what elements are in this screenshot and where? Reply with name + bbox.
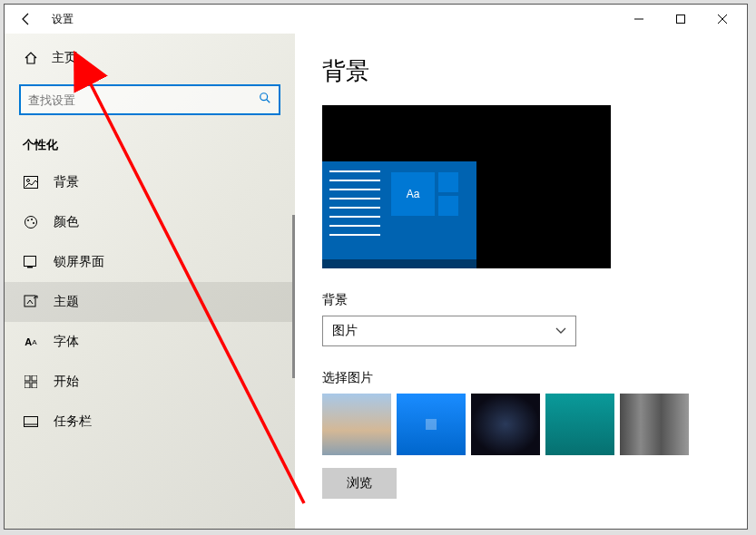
preview-start-menu: Aa <box>322 161 476 268</box>
maximize-button[interactable] <box>660 5 702 34</box>
picture-thumb-1[interactable] <box>322 394 391 455</box>
close-button[interactable] <box>702 5 743 34</box>
svg-point-9 <box>27 219 29 221</box>
main-panel: 背景 Aa 背景 <box>295 34 747 529</box>
sidebar-item-fonts[interactable]: AA 字体 <box>5 322 295 362</box>
palette-icon <box>23 215 39 229</box>
back-button[interactable] <box>8 5 44 34</box>
nav-label: 锁屏界面 <box>54 254 104 270</box>
themes-icon <box>23 295 39 309</box>
nav-label: 背景 <box>54 174 79 190</box>
sidebar-item-colors[interactable]: 颜色 <box>5 202 295 242</box>
content: 主页 个性化 背景 颜色 <box>5 34 747 529</box>
svg-rect-13 <box>27 267 33 268</box>
start-icon <box>23 374 39 389</box>
scrollbar[interactable] <box>292 215 295 378</box>
picture-thumb-4[interactable] <box>545 394 614 455</box>
maximize-icon <box>676 15 685 24</box>
svg-point-4 <box>260 93 268 101</box>
lockscreen-icon <box>23 255 39 269</box>
preview-tiles: Aa <box>388 161 462 268</box>
svg-rect-19 <box>25 417 38 427</box>
picture-icon <box>23 175 39 190</box>
page-title: 背景 <box>322 55 720 87</box>
browse-button[interactable]: 浏览 <box>322 468 397 499</box>
svg-rect-12 <box>25 257 36 267</box>
sidebar-item-start[interactable]: 开始 <box>5 362 295 402</box>
home-button[interactable]: 主页 <box>5 41 295 75</box>
arrow-left-icon <box>19 12 34 26</box>
sidebar: 主页 个性化 背景 颜色 <box>5 34 295 529</box>
category-label: 个性化 <box>5 122 295 162</box>
nav-label: 颜色 <box>54 214 79 230</box>
settings-window: 设置 主页 <box>4 4 748 530</box>
minimize-button[interactable] <box>618 5 660 34</box>
chevron-down-icon <box>555 325 566 337</box>
svg-point-11 <box>33 222 34 224</box>
picture-thumb-3[interactable] <box>471 394 540 455</box>
preview-menu-lines <box>322 161 388 268</box>
svg-rect-15 <box>25 375 30 381</box>
search-input[interactable] <box>28 93 259 107</box>
svg-rect-1 <box>677 15 685 24</box>
nav-label: 开始 <box>54 374 79 390</box>
svg-rect-18 <box>32 383 37 388</box>
window-title: 设置 <box>52 12 74 27</box>
svg-point-7 <box>27 180 30 182</box>
preview-sample-tile: Aa <box>391 172 435 216</box>
nav-label: 任务栏 <box>54 413 92 430</box>
home-label: 主页 <box>52 50 77 66</box>
preview-taskbar <box>322 259 476 268</box>
picture-thumb-2[interactable] <box>397 394 466 455</box>
svg-rect-17 <box>25 383 30 388</box>
picture-thumb-5[interactable] <box>620 394 689 455</box>
home-icon <box>23 51 39 65</box>
svg-point-10 <box>31 219 33 220</box>
minimize-icon <box>634 15 643 24</box>
search-box[interactable] <box>19 84 280 115</box>
desktop-preview: Aa <box>322 105 611 268</box>
taskbar-icon <box>23 414 39 429</box>
choose-picture-label: 选择图片 <box>322 370 720 386</box>
svg-point-8 <box>25 217 37 229</box>
titlebar: 设置 <box>5 5 747 34</box>
sidebar-item-background[interactable]: 背景 <box>5 162 295 202</box>
picture-thumbnails <box>322 394 720 455</box>
dropdown-value: 图片 <box>332 323 358 339</box>
close-icon <box>718 15 727 24</box>
search-icon <box>259 92 271 108</box>
nav-label: 字体 <box>54 334 79 350</box>
background-label: 背景 <box>322 292 720 308</box>
sidebar-item-taskbar[interactable]: 任务栏 <box>5 402 295 442</box>
svg-rect-16 <box>32 375 37 381</box>
nav-label: 主题 <box>54 294 79 310</box>
fonts-icon: AA <box>23 335 39 349</box>
sidebar-item-themes[interactable]: 主题 <box>5 282 295 322</box>
svg-rect-14 <box>25 296 35 306</box>
sidebar-item-lockscreen[interactable]: 锁屏界面 <box>5 242 295 282</box>
background-dropdown[interactable]: 图片 <box>322 316 576 346</box>
svg-line-5 <box>267 100 270 103</box>
window-controls <box>618 5 743 34</box>
